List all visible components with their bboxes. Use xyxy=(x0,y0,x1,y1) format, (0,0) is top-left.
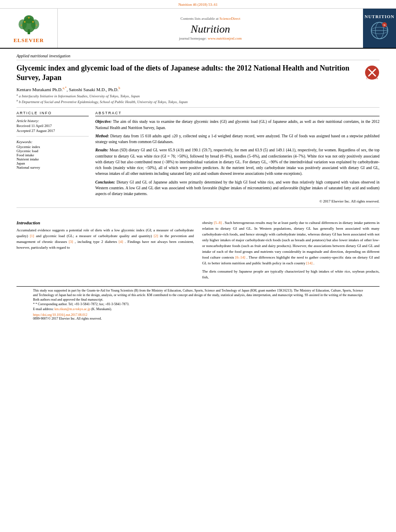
intro-ref2[interactable]: [2] xyxy=(154,234,158,238)
method-text: Dietary data from 15 618 adults aged ≥20… xyxy=(95,134,380,144)
homepage-url-text: www.nutritionjrnl.com xyxy=(208,36,242,40)
email-text: km.rikun@m.u-tokyo.ac.jp xyxy=(54,307,90,311)
homepage-label: journal homepage: xyxy=(179,36,207,40)
contents-available-line: Contents lists available at ScienceDirec… xyxy=(181,16,240,21)
journal-name: Nutrition xyxy=(191,23,230,35)
intro-right-ref2[interactable]: [6–14] xyxy=(236,255,245,259)
elsevier-logo-area: ELSEVIER xyxy=(0,9,58,48)
intro-left-text1b: and glycemic load (GL; a measure of carb… xyxy=(36,234,152,238)
accepted-date: Accepted 27 August 2017 xyxy=(16,129,89,133)
homepage-url[interactable]: www.nutritionjrnl.com xyxy=(208,36,242,40)
keywords-list: Glycemic index Glycemic load Food intake… xyxy=(16,145,89,169)
footnote-funding: This study was supported in part by the … xyxy=(33,288,363,302)
intro-right-para1: obesity [5–8] . Such heterogeneous resul… xyxy=(202,220,380,266)
intro-right-ref3[interactable]: [14] xyxy=(306,261,313,265)
abstract-header: ABSTRACT xyxy=(95,111,380,116)
abstract-results: Results: Mean (SD) dietary GI and GL wer… xyxy=(95,147,380,177)
keyword-3: Food intake xyxy=(16,153,89,157)
email-address[interactable]: km.rikun@m.u-tokyo.ac.jp xyxy=(54,307,91,311)
received-date: Received 11 April 2017 xyxy=(16,124,89,128)
article-category: Applied nutritional investigation xyxy=(16,54,380,60)
footnote-area: This study was supported in part by the … xyxy=(16,286,380,311)
journal-reference-bar: Nutrition 46 (2018) 53–61 xyxy=(0,0,396,9)
sciencedirect-link[interactable]: ScienceDirect xyxy=(219,16,240,21)
email-suffix: (K. Murakami). xyxy=(91,307,112,311)
svg-text:N: N xyxy=(383,24,385,27)
affil-a-sup: a xyxy=(16,93,18,97)
intro-left-text1d: , including type 2 diabetes xyxy=(75,240,117,244)
introduction-title: Introduction xyxy=(16,220,194,225)
intro-left-para1: Accumulated evidence suggests a potentia… xyxy=(16,228,194,251)
crossmark-logo: CrossMark xyxy=(365,65,380,80)
intro-ref1[interactable]: [1] xyxy=(30,234,34,238)
body-text-section: Introduction Accumulated evidence sugges… xyxy=(0,220,396,322)
keyword-5: Japan xyxy=(16,161,89,165)
journal-title-area: Contents lists available at ScienceDirec… xyxy=(58,9,363,48)
article-content: Applied nutritional investigation Glycem… xyxy=(0,49,396,216)
journal-homepage-line: journal homepage: www.nutritionjrnl.com xyxy=(179,36,242,40)
affil-sup-b: b xyxy=(118,86,120,90)
intro-right-text1: obesity xyxy=(202,221,213,225)
keywords-label: Keywords: xyxy=(16,140,89,144)
info-abstract-section: ARTICLE INFO Article history: Received 1… xyxy=(16,111,380,203)
footnote-corresponding: * * Corresponding author. Tel; +81-3-584… xyxy=(33,302,363,306)
authors-line: Kentaro Murakami Ph.D.a,*, Satoshi Sasak… xyxy=(16,86,380,92)
sciencedirect-label: ScienceDirect xyxy=(219,16,240,21)
results-text: Mean (SD) dietary GI and GL were 65.9 (4… xyxy=(95,148,380,176)
affiliation-b: b b Department of Social and Preventive … xyxy=(16,99,380,104)
results-label: Results: xyxy=(95,148,108,152)
divider-1 xyxy=(16,107,380,108)
intro-right-text2: The diets consumed by Japanese people ar… xyxy=(202,269,380,279)
affil-a-text: a Interfaculty Initiative in Information… xyxy=(19,94,140,98)
keyword-4: Nutrient intake xyxy=(16,157,89,161)
keyword-1: Glycemic index xyxy=(16,145,89,149)
keyword-2: Glycemic load xyxy=(16,149,89,153)
affiliation-a: a a Interfaculty Initiative in Informati… xyxy=(16,93,380,98)
article-history-label: Article history: xyxy=(16,119,89,123)
svg-point-9 xyxy=(35,25,37,26)
intro-right-text1b: . Such heterogeneous results may be at l… xyxy=(202,221,380,259)
intro-ref4[interactable]: [4] xyxy=(119,240,123,244)
intro-right-col: obesity [5–8] . Such heterogeneous resul… xyxy=(202,220,380,282)
svg-point-8 xyxy=(21,25,22,26)
intro-left-col: Introduction Accumulated evidence sugges… xyxy=(16,220,194,282)
abstract-method: Method: Dietary data from 15 618 adults … xyxy=(95,133,380,145)
objective-label: Objective: xyxy=(95,120,112,124)
svg-point-5 xyxy=(24,21,26,23)
email-label: E-mail address: xyxy=(33,307,54,311)
svg-text:CrossMark: CrossMark xyxy=(366,77,378,80)
abstract-objective: Objective: The aim of this study was to … xyxy=(95,119,380,131)
elsevier-wordmark: ELSEVIER xyxy=(14,37,44,44)
svg-point-7 xyxy=(28,17,30,19)
keyword-6: National survey xyxy=(16,165,89,169)
affil-b-text: b Department of Social and Preventive Ep… xyxy=(19,100,188,104)
introduction-two-col: Introduction Accumulated evidence sugges… xyxy=(16,220,380,282)
intro-right-ref1[interactable]: [5–8] xyxy=(214,221,222,225)
globe-icon: N xyxy=(370,21,389,41)
page-footer: https://doi.org/10.1016/j.nut.2017.08.01… xyxy=(16,311,380,322)
journal-header: ELSEVIER Contents lists available at Sci… xyxy=(0,9,396,49)
footer-doi[interactable]: https://doi.org/10.1016/j.nut.2017.08.01… xyxy=(33,313,363,317)
svg-point-6 xyxy=(32,21,34,23)
intro-right-text1d: . xyxy=(314,261,314,265)
affil-sup-a: a,* xyxy=(63,86,67,90)
abstract-col: ABSTRACT Objective: The aim of this stud… xyxy=(95,111,380,203)
nutrition-logo-text: NUTRITION xyxy=(365,14,395,19)
conclusion-label: Conclusion: xyxy=(95,180,115,184)
divider-2 xyxy=(16,207,380,208)
footer-issn: 0899-9007/© 2017 Elsevier Inc. All right… xyxy=(33,317,363,320)
abstract-conclusion: Conclusion: Dietary GI and GL of Japanes… xyxy=(95,179,380,197)
conclusion-text: Dietary GI and GL of Japanese adults wer… xyxy=(95,180,380,196)
copyright-line: © 2017 Elsevier Inc. All rights reserved… xyxy=(95,199,380,203)
divider-keywords xyxy=(16,136,89,137)
page: Nutrition 46 (2018) 53–61 xyxy=(0,0,396,532)
elsevier-logo: ELSEVIER xyxy=(12,13,45,44)
article-info-col: ARTICLE INFO Article history: Received 1… xyxy=(16,111,89,203)
footnote-email: E-mail address: km.rikun@m.u-tokyo.ac.jp… xyxy=(33,307,363,311)
objective-text: The aim of this study was to examine the… xyxy=(95,120,380,129)
contents-label: Contents lists available at xyxy=(181,16,219,21)
elsevier-tree-icon xyxy=(12,13,45,35)
affil-b-sup: b xyxy=(16,99,18,102)
intro-ref3[interactable]: [3] xyxy=(69,240,73,244)
method-label: Method: xyxy=(95,134,109,138)
